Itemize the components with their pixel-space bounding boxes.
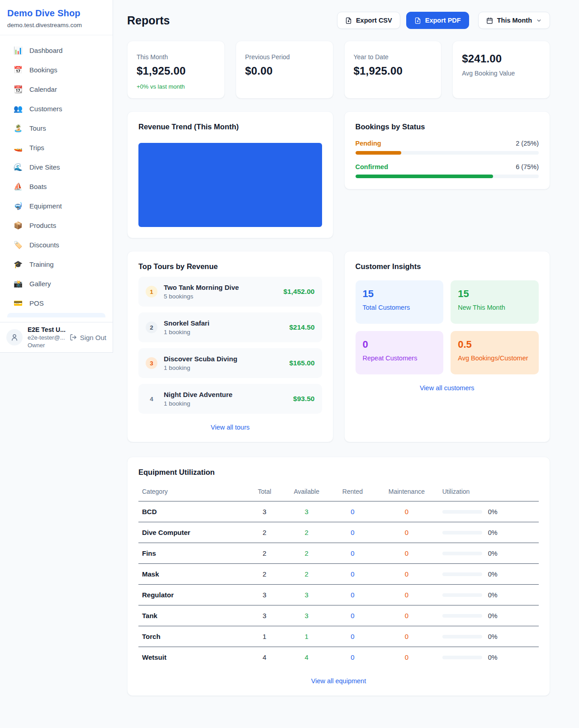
utilization-percent: 0% xyxy=(488,529,498,536)
status-row-confirmed: Confirmed 6 (75%) xyxy=(356,163,539,178)
equipment-category: Regulator xyxy=(138,585,247,605)
sidebar-item-equipment[interactable]: 🤿 Equipment xyxy=(4,196,109,216)
equipment-category: Dive Computer xyxy=(138,522,247,543)
equipment-utilization-card: Equipment Utilization Category Total Ava… xyxy=(127,457,550,696)
equipment-available: 2 xyxy=(283,522,331,543)
export-csv-button[interactable]: Export CSV xyxy=(337,12,400,29)
column-header: Total xyxy=(247,482,283,501)
stat-cards-row: This Month $1,925.00 +0% vs last month P… xyxy=(127,41,550,99)
diving-mask-icon: 🤿 xyxy=(14,201,23,211)
utilization-percent: 0% xyxy=(488,571,498,578)
progress-track xyxy=(356,175,539,178)
sidebar-item-reports-partial[interactable] xyxy=(7,313,105,317)
tour-bookings: 1 booking xyxy=(164,329,209,336)
sidebar-item-customers[interactable]: 👥 Customers xyxy=(4,99,109,118)
sidebar-item-products[interactable]: 📦 Products xyxy=(4,216,109,235)
rank-badge: 2 xyxy=(146,321,157,333)
equipment-category: Wetsuit xyxy=(138,647,247,668)
equipment-table: Category Total Available Rented Maintena… xyxy=(138,482,539,667)
user-role: Owner xyxy=(28,341,65,349)
equipment-available: 3 xyxy=(283,501,331,522)
page-header: Reports Export CSV Export PDF This Month xyxy=(127,12,550,29)
equipment-rented: 0 xyxy=(331,585,375,605)
sidebar-item-dashboard[interactable]: 📊 Dashboard xyxy=(4,41,109,60)
export-pdf-button[interactable]: Export PDF xyxy=(406,12,469,29)
equipment-maintenance: 0 xyxy=(375,647,439,668)
tour-bookings: 1 booking xyxy=(164,364,237,371)
equipment-available: 3 xyxy=(283,585,331,605)
utilization-bar xyxy=(442,531,482,534)
equipment-rented: 0 xyxy=(331,626,375,647)
utilization-bar xyxy=(442,552,482,555)
sidebar-item-label: Dive Sites xyxy=(29,162,60,172)
equipment-maintenance: 0 xyxy=(375,501,439,522)
sign-out-button[interactable]: Sign Out xyxy=(70,334,106,341)
equipment-category: BCD xyxy=(138,501,247,522)
equipment-total: 3 xyxy=(247,585,283,605)
stat-card-avg-booking-value: $241.00 Avg Booking Value xyxy=(452,41,550,99)
table-header-row: Category Total Available Rented Maintena… xyxy=(138,482,539,501)
status-count-pending: 2 (25%) xyxy=(516,140,539,147)
sign-out-label: Sign Out xyxy=(80,334,106,341)
stat-label: Previous Period xyxy=(245,53,324,61)
view-all-tours-link[interactable]: View all tours xyxy=(138,424,322,431)
equipment-total: 4 xyxy=(247,647,283,668)
utilization-percent: 0% xyxy=(488,508,498,515)
progress-track xyxy=(356,151,539,155)
period-label: This Month xyxy=(497,17,532,24)
page-title: Reports xyxy=(127,14,170,27)
sidebar-item-dive-sites[interactable]: 🌊 Dive Sites xyxy=(4,157,109,177)
table-row: Wetsuit 4 4 0 0 0% xyxy=(138,647,539,668)
tile-label: Repeat Customers xyxy=(363,355,437,362)
stat-label: Year to Date xyxy=(354,53,432,61)
status-label-pending: Pending xyxy=(356,140,381,147)
tour-name: Discover Scuba Diving xyxy=(164,355,237,363)
equipment-utilization-title: Equipment Utilization xyxy=(138,468,539,477)
progress-fill-confirmed xyxy=(356,175,493,178)
sidebar-item-label: Bookings xyxy=(29,65,57,75)
sidebar-item-boats[interactable]: ⛵ Boats xyxy=(4,177,109,196)
sidebar-item-label: Tours xyxy=(29,123,46,133)
user-name: E2E Test U... xyxy=(28,326,65,334)
equipment-maintenance: 0 xyxy=(375,585,439,605)
table-row: Regulator 3 3 0 0 0% xyxy=(138,585,539,605)
utilization-bar xyxy=(442,572,482,576)
tile-repeat-customers: 0 Repeat Customers xyxy=(356,331,444,374)
utilization-percent: 0% xyxy=(488,633,498,640)
sidebar-item-label: Customers xyxy=(29,104,62,114)
sign-out-icon xyxy=(70,334,77,341)
stat-label: Avg Booking Value xyxy=(462,70,541,77)
sidebar-item-label: Dashboard xyxy=(29,45,62,56)
equipment-total: 2 xyxy=(247,543,283,564)
sidebar-item-discounts[interactable]: 🏷️ Discounts xyxy=(4,235,109,255)
view-all-equipment-link[interactable]: View all equipment xyxy=(138,677,539,685)
stat-value: $1,925.00 xyxy=(354,65,432,77)
export-csv-label: Export CSV xyxy=(356,17,392,24)
top-tours-card: Top Tours by Revenue 1 Two Tank Morning … xyxy=(127,251,333,442)
sidebar-item-trips[interactable]: 🚤 Trips xyxy=(4,138,109,157)
utilization-bar xyxy=(442,656,482,659)
equipment-available: 1 xyxy=(283,626,331,647)
chevron-down-icon xyxy=(536,18,542,24)
equipment-rented: 0 xyxy=(331,522,375,543)
stat-card-previous-period: Previous Period $0.00 xyxy=(236,41,333,99)
period-dropdown[interactable]: This Month xyxy=(478,12,550,29)
sidebar-item-training[interactable]: 🎓 Training xyxy=(4,255,109,274)
sidebar-item-gallery[interactable]: 📸 Gallery xyxy=(4,274,109,293)
equipment-available: 3 xyxy=(283,605,331,626)
customers-icon: 👥 xyxy=(14,104,23,114)
revenue-trend-title: Revenue Trend (This Month) xyxy=(138,123,322,131)
view-all-customers-link[interactable]: View all customers xyxy=(356,384,539,392)
utilization-percent: 0% xyxy=(488,612,498,619)
equipment-available: 2 xyxy=(283,564,331,585)
tag-icon: 🏷️ xyxy=(14,240,23,250)
tour-bookings: 1 booking xyxy=(164,400,233,407)
sidebar-item-pos[interactable]: 💳 POS xyxy=(4,293,109,313)
sidebar-item-tours[interactable]: 🏝️ Tours xyxy=(4,118,109,138)
rank-badge: 4 xyxy=(146,393,157,405)
sidebar-item-bookings[interactable]: 📅 Bookings xyxy=(4,60,109,80)
file-download-icon xyxy=(414,17,421,24)
stat-label: This Month xyxy=(137,53,215,61)
sidebar-item-calendar[interactable]: 📆 Calendar xyxy=(4,80,109,99)
wave-icon: 🌊 xyxy=(14,162,23,172)
